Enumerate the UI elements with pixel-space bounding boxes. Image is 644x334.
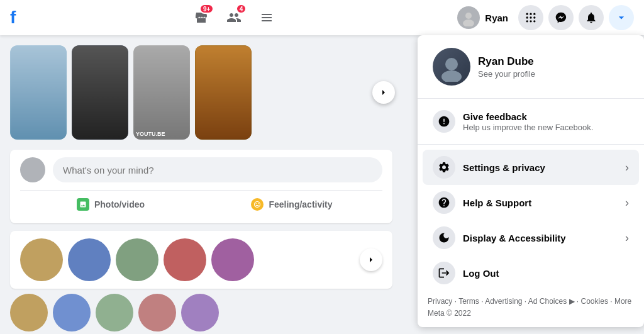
messenger-button[interactable] [548, 5, 574, 30]
footer-links: Privacy · Terms · Advertising · Ad Choic… [428, 297, 631, 306]
photo-video-icon [77, 198, 89, 211]
account-menu-button[interactable] [609, 5, 634, 30]
divider-1 [418, 98, 644, 99]
feedback-label: Give feedback [463, 111, 593, 122]
notifications-button[interactable] [579, 5, 604, 30]
help-left: Help & Support [433, 191, 531, 214]
svg-point-5 [526, 16, 528, 18]
account-dropdown: Ryan Dube See your profile Give feedback… [418, 35, 644, 327]
suggested-profile[interactable] [138, 294, 176, 331]
nav-left: f [10, 9, 16, 26]
settings-icon-circle [433, 156, 455, 179]
user-avatar-small [457, 6, 480, 29]
story-card[interactable] [10, 45, 67, 140]
divider-2 [418, 144, 644, 145]
display-left: Display & Accessibility [433, 226, 566, 249]
profile-row[interactable]: Ryan Dube See your profile [423, 40, 639, 93]
friend-avatar[interactable] [20, 238, 63, 281]
help-support-item[interactable]: Help & Support › [423, 185, 639, 220]
friend-avatar[interactable] [68, 238, 111, 281]
svg-point-4 [533, 13, 535, 15]
stories-container: YOUTU.BE [10, 45, 392, 140]
logout-icon-circle [433, 262, 455, 284]
profile-name: Ryan Dube [478, 55, 535, 68]
feeling-label: Feeling/activity [269, 199, 332, 209]
top-navigation: f 9+ 4 Ryan [0, 0, 644, 35]
svg-point-9 [530, 20, 531, 22]
profile-sub: See your profile [478, 69, 535, 79]
give-feedback-left: Give feedback Help us improve the new Fa… [433, 110, 593, 133]
footer-copyright: Meta © 2022 [428, 309, 471, 318]
settings-label: Settings & privacy [463, 162, 545, 173]
store-badge: 9+ [199, 4, 214, 14]
friends-section [10, 231, 392, 289]
user-name-label: Ryan [485, 13, 508, 23]
help-icon-circle [433, 191, 455, 214]
svg-point-2 [526, 13, 528, 15]
friend-avatar[interactable] [164, 238, 206, 281]
dropdown-footer: Privacy · Terms · Advertising · Ad Choic… [418, 291, 644, 322]
help-label: Help & Support [463, 198, 531, 208]
friends-badge: 4 [236, 4, 247, 14]
settings-privacy-item[interactable]: Settings & privacy › [423, 150, 639, 185]
svg-point-8 [526, 20, 528, 22]
logout-label: Log Out [463, 268, 499, 279]
suggested-profile[interactable] [10, 294, 48, 331]
profile-info: Ryan Dube See your profile [478, 55, 535, 79]
svg-point-12 [441, 70, 462, 82]
display-label: Display & Accessibility [463, 233, 566, 243]
display-icon-circle [433, 226, 455, 249]
svg-point-3 [530, 13, 531, 15]
friends-next-button[interactable] [360, 248, 382, 271]
photo-video-label: Photo/video [94, 199, 145, 209]
nav-center: 9+ 4 [186, 3, 282, 33]
suggested-profiles-row [10, 294, 392, 331]
story-card[interactable] [195, 45, 252, 140]
post-input[interactable] [53, 157, 382, 182]
profile-avatar-large [433, 48, 470, 86]
logout-item[interactable]: Log Out [423, 255, 639, 291]
post-box: Photo/video Feeling/activity [10, 150, 392, 223]
give-feedback-item[interactable]: Give feedback Help us improve the new Fa… [423, 104, 639, 139]
user-chip[interactable]: Ryan [452, 4, 513, 31]
stories-next-button[interactable] [372, 81, 395, 104]
post-avatar [20, 157, 45, 182]
settings-left: Settings & privacy [433, 156, 545, 179]
story-card[interactable]: YOUTU.BE [133, 45, 190, 140]
newsfeed-nav-button[interactable] [252, 3, 282, 33]
svg-point-0 [465, 13, 472, 19]
facebook-logo: f [10, 9, 16, 26]
left-panel: YOUTU.BE [0, 35, 402, 334]
feedback-text: Give feedback Help us improve the new Fa… [463, 111, 593, 132]
story-card[interactable] [72, 45, 128, 140]
friends-row [20, 238, 382, 281]
settings-chevron-icon: › [625, 161, 629, 174]
feedback-icon-circle [433, 110, 455, 133]
post-actions: Photo/video Feeling/activity [20, 190, 382, 216]
help-chevron-icon: › [625, 196, 629, 209]
svg-point-11 [445, 58, 458, 70]
feedback-sub: Help us improve the new Facebook. [463, 123, 593, 132]
svg-point-7 [533, 16, 535, 18]
store-nav-button[interactable]: 9+ [186, 3, 216, 33]
svg-point-6 [530, 16, 531, 18]
svg-point-1 [463, 19, 474, 26]
suggested-profile[interactable] [181, 294, 219, 331]
suggested-profile[interactable] [96, 294, 133, 331]
feeling-icon [251, 198, 264, 211]
photo-video-button[interactable]: Photo/video [20, 193, 201, 216]
display-accessibility-item[interactable]: Display & Accessibility › [423, 220, 639, 255]
post-input-row [20, 157, 382, 182]
feeling-button[interactable]: Feeling/activity [201, 193, 382, 216]
nav-right: Ryan [452, 4, 634, 31]
logout-left: Log Out [433, 262, 499, 284]
suggested-profile[interactable] [53, 294, 91, 331]
friends-nav-button[interactable]: 4 [219, 3, 249, 33]
stories-section: YOUTU.BE [10, 45, 392, 140]
friend-avatar[interactable] [211, 238, 254, 281]
svg-point-10 [533, 20, 535, 22]
display-chevron-icon: › [625, 231, 629, 245]
apps-button[interactable] [518, 5, 543, 30]
friend-avatar[interactable] [116, 238, 158, 281]
